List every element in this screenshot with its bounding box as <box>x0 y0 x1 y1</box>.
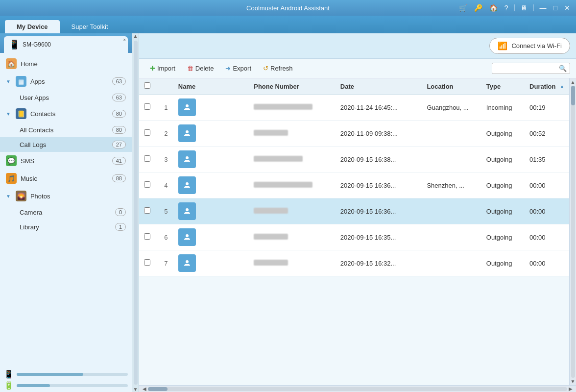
row-num-5: 6 <box>159 224 173 250</box>
export-icon: ➜ <box>225 65 231 72</box>
sms-badge: 41 <box>112 157 126 165</box>
sidebar-item-user-apps[interactable]: User Apps 63 <box>0 90 132 105</box>
hscroll-right-arrow[interactable]: ▶ <box>567 386 574 392</box>
row-checkbox-0[interactable] <box>144 103 150 110</box>
row-date-0: 2020-11-24 16:45:... <box>336 95 422 121</box>
sidebar-item-camera[interactable]: Camera 0 <box>0 205 132 220</box>
row-checkbox-5[interactable] <box>144 233 150 240</box>
sidebar-item-call-logs[interactable]: Call Logs 27 <box>0 137 132 152</box>
sidebar: 📱 SM-G9600 × 🏠 Home ▼ ▦ Apps 63 User App… <box>0 33 132 392</box>
device-phone-icon: 📱 <box>9 39 20 50</box>
sms-icon: 💬 <box>6 155 17 166</box>
table-scroll-area[interactable]: Name Phone Number Date Location Type Dur… <box>139 78 569 385</box>
refresh-icon: ↺ <box>263 65 268 72</box>
battery-track[interactable] <box>17 384 128 387</box>
row-avatar-cell-6 <box>173 250 249 276</box>
row-duration-5: 00:00 <box>525 224 569 250</box>
row-checkbox-6[interactable] <box>144 259 150 266</box>
row-location-2 <box>422 147 481 172</box>
import-button[interactable]: ✚ Import <box>145 63 180 74</box>
sidebar-item-home[interactable]: 🏠 Home <box>0 55 132 73</box>
sort-icon[interactable]: ▲ <box>560 84 564 89</box>
sidebar-item-photos[interactable]: ▼ 🌄 Photos <box>0 187 132 205</box>
apps-badge: 63 <box>112 77 126 85</box>
col-name-header: Name <box>173 78 249 95</box>
titlebar: Coolmuster Android Assistant 🛒 🔑 🏠 ? 🖥 —… <box>0 0 576 16</box>
search-input[interactable] <box>495 65 559 72</box>
vscroll-track[interactable] <box>571 86 575 378</box>
row-num-6: 7 <box>159 250 173 276</box>
avatar-5 <box>178 228 196 246</box>
table-header-row: Name Phone Number Date Location Type Dur… <box>139 78 569 95</box>
hscroll-track-sidebar[interactable] <box>17 373 128 376</box>
sidebar-item-contacts[interactable]: ▼ 📒 Contacts 80 <box>0 105 132 122</box>
device-tab[interactable]: 📱 SM-G9600 × <box>4 36 128 53</box>
row-checkbox-1[interactable] <box>144 129 150 136</box>
row-phone-1 <box>249 121 336 147</box>
sidebar-label-all-contacts: All Contacts <box>20 126 53 134</box>
import-icon: ✚ <box>150 65 155 72</box>
search-icon[interactable]: 🔍 <box>559 65 567 72</box>
battery-thumb <box>17 384 50 387</box>
row-avatar-cell-0 <box>173 95 249 121</box>
sidebar-label-photos: Photos <box>30 193 50 200</box>
sidebar-item-music[interactable]: 🎵 Music 88 <box>0 170 132 187</box>
row-date-2: 2020-09-15 16:38... <box>336 147 422 172</box>
row-num-4: 5 <box>159 198 173 224</box>
select-all-checkbox[interactable] <box>144 82 150 89</box>
battery-icon: 🔋 <box>4 381 14 390</box>
delete-button[interactable]: 🗑 Delete <box>182 63 219 74</box>
delete-label: Delete <box>195 65 214 72</box>
col-type-header: Type <box>481 78 525 95</box>
row-checkbox-cell <box>139 147 159 172</box>
sidebar-item-apps[interactable]: ▼ ▦ Apps 63 <box>0 73 132 90</box>
tab-my-device[interactable]: My Device <box>5 20 60 33</box>
vscroll-up-arrow[interactable]: ▲ <box>571 79 576 85</box>
scroll-down-arrow[interactable]: ▼ <box>133 387 138 392</box>
row-checkbox-2[interactable] <box>144 155 150 162</box>
sidebar-bottom: 📱 🔋 <box>0 368 132 392</box>
photos-icon: 🌄 <box>16 191 26 201</box>
wifi-connect-button[interactable]: 📶 Connect via Wi-Fi <box>489 38 570 54</box>
hscroll-left-arrow[interactable]: ◀ <box>141 386 148 392</box>
row-checkbox-cell <box>139 172 159 198</box>
row-avatar-cell-5 <box>173 224 249 250</box>
user-apps-badge: 63 <box>112 94 126 101</box>
svg-point-5 <box>186 234 189 237</box>
help-icon[interactable]: ? <box>503 3 510 13</box>
minimize-icon[interactable]: — <box>538 3 549 13</box>
row-num-2: 3 <box>159 147 173 172</box>
home-icon[interactable]: 🏠 <box>487 3 500 13</box>
sidebar-label-home: Home <box>21 60 38 68</box>
row-phone-0 <box>249 95 336 121</box>
scroll-up-arrow[interactable]: ▲ <box>133 33 138 39</box>
sidebar-item-sms[interactable]: 💬 SMS 41 <box>0 152 132 170</box>
device-tab-area: 📱 SM-G9600 × <box>0 33 132 53</box>
col-location-header: Location <box>422 78 481 95</box>
hscroll-track[interactable] <box>148 387 567 391</box>
maximize-icon[interactable]: □ <box>552 3 559 13</box>
export-button[interactable]: ➜ Export <box>220 63 256 74</box>
sidebar-item-library[interactable]: Library 1 <box>0 220 132 234</box>
table-row: 1 2020-11-24 16:45:... Guangzhou, ... In… <box>139 95 569 121</box>
table-row: 5 2020-09-15 16:36... Outgoing 00:00 <box>139 198 569 224</box>
device-tab-close[interactable]: × <box>123 37 126 43</box>
row-checkbox-3[interactable] <box>144 181 150 188</box>
arrow-down-icon2: ▼ <box>6 111 11 117</box>
row-checkbox-4[interactable] <box>144 207 150 214</box>
sidebar-item-all-contacts[interactable]: All Contacts 80 <box>0 122 132 137</box>
tabbar: My Device Super Toolkit <box>0 16 576 33</box>
row-num-3: 4 <box>159 172 173 198</box>
close-icon[interactable]: ✕ <box>562 3 572 13</box>
cart-icon[interactable]: 🛒 <box>457 3 469 13</box>
tab-super-toolkit[interactable]: Super Toolkit <box>60 20 120 33</box>
music-icon: 🎵 <box>6 173 17 184</box>
vscroll-down-arrow[interactable]: ▼ <box>571 379 576 384</box>
monitor-icon[interactable]: 🖥 <box>519 3 529 13</box>
avatar-3 <box>178 176 196 194</box>
main-container: 📱 SM-G9600 × 🏠 Home ▼ ▦ Apps 63 User App… <box>0 33 576 392</box>
search-icon[interactable]: 🔑 <box>472 3 484 13</box>
svg-point-4 <box>186 208 189 211</box>
refresh-button[interactable]: ↺ Refresh <box>258 63 298 74</box>
table-wrapper: Name Phone Number Date Location Type Dur… <box>139 78 576 385</box>
